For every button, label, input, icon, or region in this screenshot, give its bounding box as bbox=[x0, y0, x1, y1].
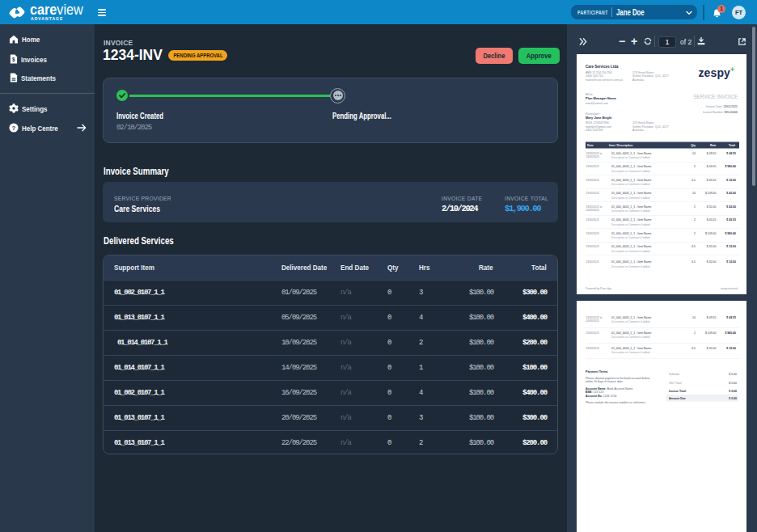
svg-text:?: ? bbox=[12, 124, 16, 131]
svg-text:$: $ bbox=[12, 56, 15, 62]
